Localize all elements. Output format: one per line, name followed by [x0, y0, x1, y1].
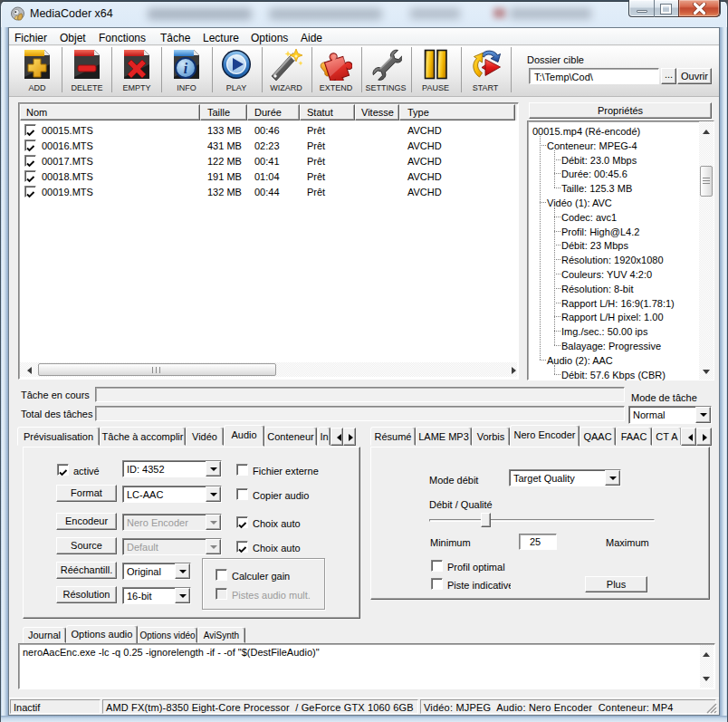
svg-text:i: i: [184, 61, 188, 76]
